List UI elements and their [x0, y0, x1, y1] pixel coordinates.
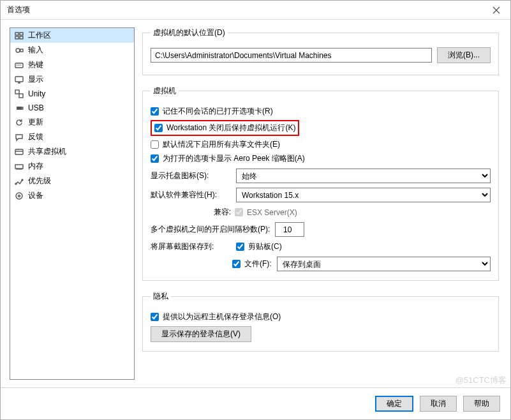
compat-select[interactable]: Workstation 15.x: [236, 188, 491, 202]
svg-rect-9: [19, 94, 23, 98]
svg-rect-0: [15, 33, 19, 35]
interval-label: 多个虚拟机之间的开启间隔秒数(P):: [151, 224, 270, 235]
svg-point-17: [19, 195, 20, 197]
sidebar-item-6[interactable]: 更新: [10, 115, 134, 130]
titlebar: 首选项: [1, 1, 510, 20]
shared-vm-icon: [14, 147, 24, 157]
clipboard-input[interactable]: [236, 243, 244, 251]
tray-select[interactable]: 始终: [236, 169, 491, 183]
remember-tabs-label: 记住不同会话的已打开选项卡(R): [163, 106, 273, 117]
sidebar-item-label: 优先级: [28, 176, 51, 186]
file-dest-select[interactable]: 保存到桌面: [277, 257, 491, 271]
svg-rect-7: [15, 77, 23, 82]
esx-input: [235, 208, 243, 216]
remember-tabs-input[interactable]: [151, 107, 159, 116]
compat-sub-label: 兼容:: [151, 207, 231, 218]
usb-icon: [14, 103, 24, 113]
interval-input[interactable]: [275, 222, 304, 237]
shared-folders-input[interactable]: [151, 140, 159, 149]
file-checkbox[interactable]: 文件(F):: [232, 259, 272, 269]
input-icon: [14, 45, 24, 56]
file-label: 文件(F):: [244, 259, 272, 269]
svg-rect-5: [20, 49, 23, 52]
svg-rect-13: [15, 165, 23, 169]
svg-rect-3: [20, 36, 23, 39]
preferences-window: 首选项 工作区输入热键显示UnityUSB更新反馈共享虚拟机内存优先级设备 虚拟…: [0, 0, 511, 420]
highlight-annotation: Workstation 关闭后保持虚拟机运行(K): [151, 120, 299, 136]
help-button[interactable]: 帮助: [463, 396, 500, 412]
sidebar-item-7[interactable]: 反馈: [10, 130, 134, 144]
sidebar-item-label: Unity: [28, 89, 45, 98]
file-input[interactable]: [232, 260, 241, 268]
privacy-group: 隐私 提供以为远程主机保存登录信息(O) 显示保存的登录信息(V): [142, 291, 499, 352]
svg-point-16: [16, 193, 22, 199]
sidebar-item-label: 设备: [28, 190, 43, 201]
screenshot-label: 将屏幕截图保存到:: [151, 241, 231, 252]
updates-icon: [14, 117, 24, 128]
compat-label: 默认软件兼容性(H):: [151, 190, 231, 200]
keep-running-label: Workstation 关闭后保持虚拟机运行(K): [167, 123, 295, 133]
default-location-legend: 虚拟机的默认位置(D): [151, 27, 228, 38]
sidebar-item-0[interactable]: 工作区: [10, 28, 134, 43]
workspace-icon: [14, 31, 24, 41]
default-location-input[interactable]: [151, 48, 432, 63]
keep-running-checkbox[interactable]: Workstation 关闭后保持虚拟机运行(K): [154, 123, 295, 133]
main-panel: 虚拟机的默认位置(D) 浏览(B)... 虚拟机 记住不同会话的已打开选项卡(R…: [142, 27, 501, 380]
remember-tabs-checkbox[interactable]: 记住不同会话的已打开选项卡(R): [151, 106, 491, 117]
privacy-legend: 隐私: [151, 291, 171, 302]
svg-rect-12: [15, 149, 23, 154]
ok-button[interactable]: 确定: [375, 396, 413, 412]
vm-group: 虚拟机 记住不同会话的已打开选项卡(R) Workstation 关闭后保持虚拟…: [142, 86, 499, 281]
sidebar-item-9[interactable]: 内存: [10, 159, 134, 174]
offer-save-label: 提供以为远程主机保存登录信息(O): [163, 311, 281, 322]
default-location-group: 虚拟机的默认位置(D) 浏览(B)...: [142, 27, 499, 75]
shared-folders-label: 默认情况下启用所有共享文件夹(E): [163, 139, 280, 150]
sidebar-item-label: 反馈: [28, 131, 43, 142]
svg-rect-10: [17, 107, 22, 110]
category-sidebar[interactable]: 工作区输入热键显示UnityUSB更新反馈共享虚拟机内存优先级设备: [10, 27, 135, 380]
aero-peek-checkbox[interactable]: 为打开的选项卡显示 Aero Peek 缩略图(A): [151, 153, 491, 164]
sidebar-item-label: 更新: [28, 117, 43, 128]
tray-label: 显示托盘图标(S):: [151, 170, 231, 181]
svg-point-4: [16, 49, 20, 52]
content-area: 工作区输入热键显示UnityUSB更新反馈共享虚拟机内存优先级设备 虚拟机的默认…: [1, 20, 510, 387]
svg-rect-2: [15, 36, 19, 39]
offer-save-checkbox[interactable]: 提供以为远程主机保存登录信息(O): [151, 311, 491, 322]
offer-save-input[interactable]: [151, 313, 159, 321]
sidebar-item-label: 输入: [28, 45, 43, 56]
cancel-button[interactable]: 取消: [420, 396, 457, 412]
svg-rect-1: [20, 33, 23, 35]
sidebar-item-4[interactable]: Unity: [10, 87, 134, 101]
show-saved-button[interactable]: 显示保存的登录信息(V): [151, 326, 251, 342]
sidebar-item-label: 共享虚拟机: [28, 146, 66, 157]
unity-icon: [14, 89, 24, 99]
sidebar-item-5[interactable]: USB: [10, 101, 134, 115]
sidebar-item-8[interactable]: 共享虚拟机: [10, 144, 134, 159]
memory-icon: [14, 161, 24, 172]
close-button[interactable]: [482, 1, 510, 20]
window-title: 首选项: [7, 4, 30, 15]
svg-rect-8: [15, 90, 19, 94]
esx-checkbox: ESX Server(X): [235, 208, 297, 217]
dialog-footer: 确定 取消 帮助: [1, 387, 510, 419]
sidebar-item-label: 内存: [28, 161, 43, 172]
sidebar-item-2[interactable]: 热键: [10, 57, 134, 72]
sidebar-item-10[interactable]: 优先级: [10, 174, 134, 188]
keep-running-input[interactable]: [154, 124, 163, 132]
display-icon: [14, 75, 24, 85]
vm-legend: 虚拟机: [151, 86, 179, 96]
browse-button[interactable]: 浏览(B)...: [437, 47, 491, 63]
svg-rect-11: [22, 107, 23, 109]
sidebar-item-11[interactable]: 设备: [10, 188, 134, 203]
priority-icon: [14, 176, 24, 186]
shared-folders-checkbox[interactable]: 默认情况下启用所有共享文件夹(E): [151, 139, 491, 150]
sidebar-item-1[interactable]: 输入: [10, 43, 134, 57]
aero-peek-label: 为打开的选项卡显示 Aero Peek 缩略图(A): [163, 153, 305, 164]
sidebar-item-label: 工作区: [28, 30, 51, 41]
devices-icon: [14, 191, 24, 201]
aero-peek-input[interactable]: [151, 154, 159, 163]
sidebar-item-label: USB: [28, 103, 44, 112]
sidebar-item-label: 热键: [28, 59, 43, 70]
sidebar-item-3[interactable]: 显示: [10, 72, 134, 87]
clipboard-checkbox[interactable]: 剪贴板(C): [236, 241, 282, 252]
